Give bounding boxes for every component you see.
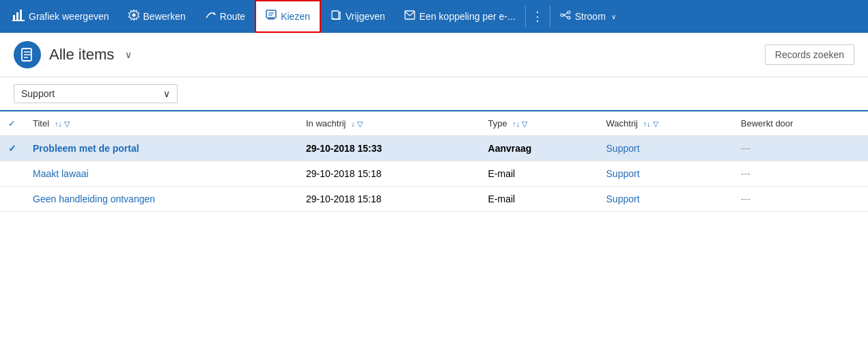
row-in-wachtrij: 29-10-2018 15:18 [298,161,480,187]
th-in-wachtrij-sort-icon[interactable]: ↓ ▽ [351,120,363,128]
toolbar-item-stroom[interactable]: Stroom ∨ [550,0,626,33]
page-header: Alle items ∨ Records zoeken [0,33,868,77]
table-row[interactable]: ✓Probleem met de portal29-10-2018 15:33A… [0,136,868,161]
page-title: Alle items [49,46,114,64]
svg-rect-2 [20,10,22,21]
row-check[interactable]: ✓ [0,136,25,161]
svg-point-13 [568,11,570,14]
row-type: E-mail [480,187,598,212]
svg-point-14 [568,16,570,19]
th-wachtrij-label: Wachtrij [606,118,638,129]
svg-rect-6 [266,10,276,18]
svg-rect-0 [13,15,15,21]
svg-rect-3 [12,20,25,21]
toolbar-label-koppeling: Een koppeling per e-... [419,11,516,22]
toolbar-item-vrijgeven[interactable]: Vrijgeven [321,0,395,33]
toolbar-label-kiezen: Kiezen [281,11,310,22]
data-table: ✓ Titel ↑↓ ▽ In wachtrij ↓ ▽ Type ↑↓ ▽ W… [0,111,868,212]
more-icon: ⋮ [531,9,544,24]
row-titel[interactable]: Probleem met de portal [25,136,298,161]
row-titel-link[interactable]: Geen handleiding ontvangen [33,193,155,204]
th-in-wachtrij-label: In wachtrij [306,118,346,129]
th-type: Type ↑↓ ▽ [480,111,598,136]
row-wachtrij-link[interactable]: Support [606,168,640,179]
header-check-icon: ✓ [8,118,16,129]
toolbar-item-bewerken[interactable]: Bewerken [119,0,195,33]
filter-row: Support ∨ [0,77,868,111]
row-in-wachtrij: 29-10-2018 15:33 [298,136,480,161]
table-row[interactable]: Geen handleiding ontvangen29-10-2018 15:… [0,187,868,212]
toolbar-label-route: Route [220,11,245,22]
th-type-sort-icon[interactable]: ↑↓ ▽ [512,120,527,128]
row-in-wachtrij: 29-10-2018 15:18 [298,187,480,212]
th-wachtrij-sort-icon[interactable]: ↑↓ ▽ [643,120,658,128]
page-icon [14,41,41,68]
th-titel-sort-icon[interactable]: ↑↓ ▽ [55,120,70,128]
toolbar-item-route[interactable]: Route [195,0,255,33]
th-check: ✓ [0,111,25,136]
svg-rect-11 [405,11,415,19]
row-bewerkt-door: --- [733,161,868,187]
toolbar: Grafiek weergeven Bewerken Route [0,0,868,33]
row-wachtrij-link[interactable]: Support [606,143,640,154]
kiezen-icon [266,10,277,23]
row-titel-link[interactable]: Probleem met de portal [33,143,139,154]
row-bewerkt-door: --- [733,187,868,212]
row-wachtrij[interactable]: Support [598,136,733,161]
table-row[interactable]: Maakt lawaai29-10-2018 15:18E-mailSuppor… [0,161,868,187]
page-title-chevron-icon[interactable]: ∨ [125,49,132,60]
toolbar-label-bewerken: Bewerken [143,11,186,22]
row-wachtrij[interactable]: Support [598,187,733,212]
row-titel[interactable]: Maakt lawaai [25,161,298,187]
th-in-wachtrij: In wachtrij ↓ ▽ [298,111,480,136]
svg-line-16 [563,15,568,17]
filter-label: Support [21,88,55,99]
filter-chevron-icon: ∨ [163,88,170,99]
th-titel: Titel ↑↓ ▽ [25,111,298,136]
stroom-icon [560,10,571,23]
toolbar-label-vrijgeven: Vrijgeven [346,11,385,22]
table-header-row: ✓ Titel ↑↓ ▽ In wachtrij ↓ ▽ Type ↑↓ ▽ W… [0,111,868,136]
th-bewerkt-door: Bewerkt door [733,111,868,136]
row-titel-link[interactable]: Maakt lawaai [33,168,89,179]
row-type: E-mail [480,161,598,187]
filter-dropdown[interactable]: Support ∨ [14,84,178,103]
svg-point-12 [561,14,563,16]
row-check[interactable] [0,161,25,187]
toolbar-item-kiezen[interactable]: Kiezen [255,0,321,33]
row-wachtrij-link[interactable]: Support [606,193,640,204]
svg-line-15 [563,13,568,15]
toolbar-item-grafiek-weergeven[interactable]: Grafiek weergeven [3,0,119,33]
vrijgeven-icon [331,10,341,23]
route-icon [205,10,216,23]
stroom-chevron-icon: ∨ [611,13,616,21]
row-type: Aanvraag [480,136,598,161]
chart-icon [12,9,25,24]
row-bewerkt-door: --- [733,136,868,161]
email-icon [404,10,415,23]
records-search-button[interactable]: Records zoeken [765,44,854,65]
svg-rect-7 [268,18,275,20]
svg-point-4 [132,14,135,17]
page-header-left: Alle items ∨ [14,41,132,68]
th-type-label: Type [488,118,507,129]
toolbar-label-stroom: Stroom [575,11,606,22]
row-wachtrij[interactable]: Support [598,161,733,187]
th-wachtrij: Wachtrij ↑↓ ▽ [598,111,733,136]
th-titel-label: Titel [33,118,49,129]
row-titel[interactable]: Geen handleiding ontvangen [25,187,298,212]
row-check[interactable] [0,187,25,212]
settings-icon [128,10,139,23]
toolbar-item-koppeling[interactable]: Een koppeling per e-... [395,0,525,33]
th-bewerkt-door-label: Bewerkt door [741,118,794,129]
toolbar-item-more[interactable]: ⋮ [526,0,550,33]
toolbar-label-grafiek: Grafiek weergeven [29,11,109,22]
svg-rect-1 [16,12,18,21]
